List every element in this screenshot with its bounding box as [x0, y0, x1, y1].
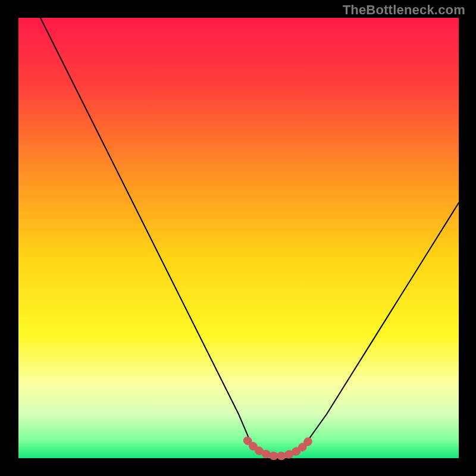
chart-frame: TheBottleneck.com: [0, 0, 476, 476]
plot-background: [18, 18, 459, 458]
chart-svg: [0, 0, 476, 476]
